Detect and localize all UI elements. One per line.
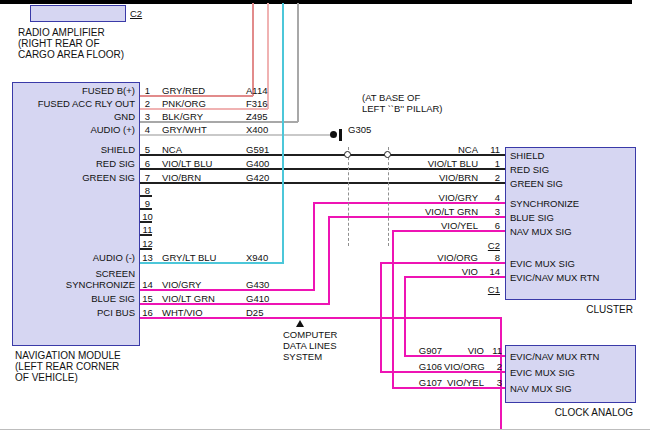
cluster-pin-label: RED SIG: [510, 164, 549, 175]
nav-pin-label: AUDIO (+): [16, 124, 135, 135]
nav-pin-label: SHIELD: [16, 144, 135, 155]
nav-pin-number: 7: [141, 172, 154, 183]
nav-pin-number: 9: [141, 198, 154, 209]
nav-pin-number: 5: [141, 144, 154, 155]
clock-pin-number: 2: [486, 361, 502, 372]
bottom-border-line: [0, 429, 650, 430]
clock-pin-label: NAV MUX SIG: [510, 383, 572, 394]
nav-wire-color: GRY/WHT: [162, 124, 207, 135]
nav-wire-circuit: G591: [246, 144, 269, 155]
nav-wire-color: GRY/RED: [162, 85, 205, 96]
nav-wire-color: VIO/LT GRN: [162, 293, 215, 304]
cluster-wire-color: VIO/LT BLU: [398, 158, 478, 169]
clock-pin-number: 3: [486, 377, 502, 388]
ground-dot-icon: [330, 131, 337, 138]
nav-pin-number: 15: [141, 293, 154, 304]
nav-pin-number: 11: [141, 224, 154, 235]
cluster-wire-color: VIO/ORG: [398, 252, 478, 263]
nav-caption-line3: OF VEHICLE): [15, 372, 78, 384]
b-pillar-note-line2: LEFT ``B'' PILLAR): [362, 103, 443, 114]
wire-gry-red-v: [252, 3, 254, 96]
cluster-pin-number: 14: [478, 266, 500, 277]
ground-label: G305: [348, 124, 371, 135]
nav-wire-color: BLK/GRY: [162, 111, 203, 122]
cluster-wire-color: VIO: [398, 266, 478, 277]
cluster-pin-label: EVIC MUX SIG: [510, 258, 575, 269]
cluster-pin-number: 6: [478, 220, 500, 231]
clock-wire-circuit: G907: [408, 345, 442, 356]
nav-pin-label: PCI BUS: [16, 307, 135, 318]
clock-caption: CLOCK ANALOG: [533, 407, 633, 419]
nav-pin-label: FUSED ACC RLY OUT: [16, 98, 135, 109]
clock-pin-label: EVIC MUX SIG: [510, 367, 575, 378]
radio-amplifier-box: [30, 5, 126, 22]
clock-wire-color: VIO: [444, 345, 484, 356]
nav-pin-number: 4: [141, 124, 154, 135]
clock-wire-circuit: G106: [408, 361, 442, 372]
nav-wire-circuit: G420: [246, 172, 269, 183]
wire-vio-yel-v: [392, 230, 394, 389]
nav-pin-number: 10: [141, 211, 154, 222]
nav-pin-number: 16: [141, 307, 154, 318]
cluster-wire-color: VIO/YEL: [398, 220, 478, 231]
wire-vio-org-v: [380, 262, 382, 373]
wire-vio-gry-v: [313, 202, 315, 291]
nav-pin-number: 2: [141, 98, 154, 109]
nav-pin-number: 8: [141, 185, 154, 196]
nav-wire-circuit: F316: [246, 98, 268, 109]
nav-pin-label: FUSED B(+): [16, 85, 135, 96]
nav-wire-circuit: X940: [246, 252, 268, 263]
b-pillar-note-line1: (AT BASE OF: [362, 92, 420, 103]
clock-pin-label: EVIC/NAV MUX RTN: [510, 351, 599, 362]
nav-wire-circuit: X400: [246, 124, 268, 135]
clock-wire-color: VIO/ORG: [444, 361, 484, 372]
nav-pin-number: 3: [141, 111, 154, 122]
nav-wire-circuit: G430: [246, 279, 269, 290]
nav-wire-color: PNK/ORG: [162, 98, 206, 109]
top-border-bar: [0, 0, 632, 4]
wire-wht-vio-v: [500, 317, 502, 429]
wire-blk-gry-v: [297, 3, 299, 122]
nav-pin-label: BLUE SIG: [16, 293, 135, 304]
inline-connector-dash-left: [348, 147, 349, 246]
data-lines-note-line3: SYSTEM: [283, 351, 322, 362]
cluster-pin-number: 8: [478, 252, 500, 263]
connector-bubble-icon: [384, 151, 391, 158]
clock-wire-circuit: G107: [408, 377, 442, 388]
cluster-wire-color: NCA: [398, 144, 478, 155]
wire-vio-v: [404, 276, 406, 357]
nav-pin-label: GND: [16, 111, 135, 122]
cluster-caption: CLUSTER: [560, 304, 633, 316]
cluster-pin-number: 3: [478, 206, 500, 217]
data-lines-note-line1: COMPUTER: [283, 329, 337, 340]
cluster-wire-color: VIO/GRY: [398, 192, 478, 203]
nav-wire-circuit: G400: [246, 158, 269, 169]
cluster-pin-label: EVIC/NAV MUX RTN: [510, 272, 599, 283]
cluster-pin-label: NAV MUX SIG: [510, 226, 572, 237]
wire-vio-ltgrn-v: [328, 216, 330, 305]
cluster-pin-label: SYNCHRONIZE: [510, 198, 579, 209]
nav-caption-line1: NAVIGATION MODULE: [15, 350, 121, 362]
cluster-wire-color: VIO/BRN: [398, 172, 478, 183]
clock-wire-color: VIO/YEL: [444, 377, 484, 388]
nav-wire-color: GRY/LT BLU: [162, 252, 216, 263]
radio-amp-caption-line3: CARGO AREA FLOOR): [18, 49, 124, 61]
nav-pin-number: 13: [141, 252, 154, 263]
nav-wire-color: VIO/BRN: [162, 172, 201, 183]
cluster-wire-color: VIO/LT GRN: [398, 206, 478, 217]
wiring-diagram: C2 RADIO AMPLIFIER (RIGHT REAR OF CARGO …: [0, 0, 650, 432]
inline-connector-dash-right: [388, 147, 389, 246]
clock-pin-number: 11: [486, 345, 502, 356]
nav-pin-number: 12: [141, 238, 154, 249]
radio-amp-caption-line1: RADIO AMPLIFIER: [18, 27, 105, 39]
nav-pin-label: SCREEN SYNCHRONIZE: [58, 268, 135, 290]
nav-wire-circuit: G410: [246, 293, 269, 304]
nav-pin-label: GREEN SIG: [16, 172, 135, 183]
cluster-connector-c1: C1: [478, 284, 500, 295]
wire-gry-ltblu-v: [282, 3, 284, 264]
nav-pin-number: 1: [141, 85, 154, 96]
cluster-pin-number: 2: [478, 172, 500, 183]
nav-wire-color: VIO/LT BLU: [162, 158, 212, 169]
nav-wire-color: WHT/VIO: [162, 307, 203, 318]
nav-wire-color: VIO/GRY: [162, 279, 201, 290]
